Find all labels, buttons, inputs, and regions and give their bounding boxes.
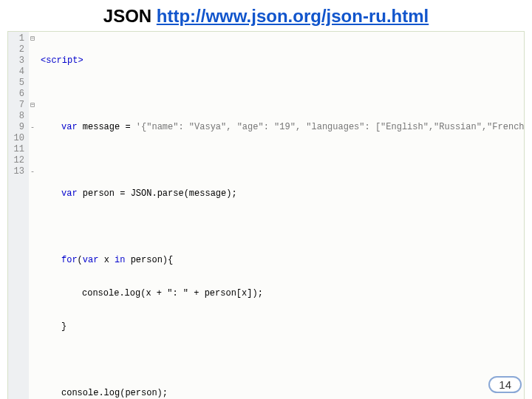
page-number-badge: 14 xyxy=(488,376,522,393)
title-label: JSON xyxy=(103,6,151,26)
title-link[interactable]: http://www.json.org/json-ru.html xyxy=(157,6,429,26)
fold-gutter: ⊟ ⊟- - xyxy=(29,32,38,399)
slide-title: JSON http://www.json.org/json-ru.html xyxy=(0,0,532,30)
code-body: <script> var message = '{"name": "Vasya"… xyxy=(38,32,524,399)
line-number-gutter: 123 456 789 101112 13 xyxy=(8,32,29,399)
code-editor: 123 456 789 101112 13 ⊟ ⊟- - <script> va… xyxy=(7,31,525,399)
